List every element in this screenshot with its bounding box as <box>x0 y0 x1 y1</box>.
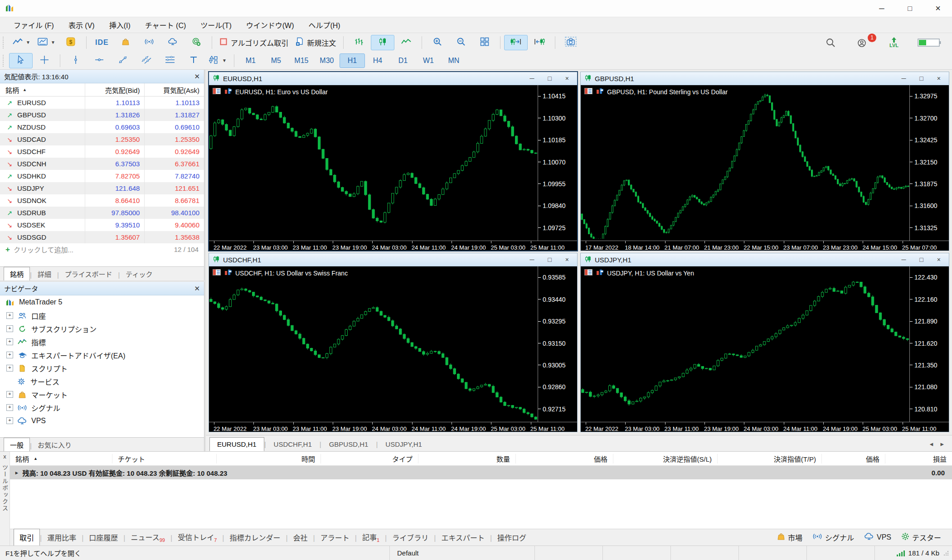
window-close-button[interactable]: × <box>924 0 952 17</box>
timeframe-M15[interactable]: M15 <box>289 53 314 68</box>
zoom-in-button[interactable] <box>426 35 449 50</box>
text-tool-tool-button[interactable] <box>182 53 205 68</box>
trade-column-2[interactable]: チケット <box>112 454 216 463</box>
expand-icon[interactable]: + <box>6 404 13 411</box>
navigator-item[interactable]: +スクリプト <box>0 362 204 375</box>
line-chart-green-button[interactable] <box>394 35 418 50</box>
toolbox-tab-6[interactable]: 指標カレンダー <box>224 529 286 546</box>
profile-chart-button[interactable]: ▼ <box>34 35 59 50</box>
vps-cloud-button[interactable] <box>161 35 185 50</box>
expand-icon[interactable]: + <box>6 325 13 332</box>
menu-item[interactable]: 表示 (V) <box>61 19 102 30</box>
timeframe-M1[interactable]: M1 <box>238 53 263 68</box>
timeframe-D1[interactable]: D1 <box>390 53 416 68</box>
market-watch-row[interactable]: ↘USDJPY121.648121.651 <box>0 182 204 194</box>
toolbox-tab-3[interactable]: 口座履歴 <box>83 529 123 546</box>
crosshair-tool-button[interactable] <box>33 53 56 68</box>
cursor-tool-button[interactable] <box>9 53 33 68</box>
close-icon[interactable]: ✕ <box>194 72 200 81</box>
expand-icon[interactable]: + <box>6 417 13 424</box>
add-symbol-row[interactable]: + クリックして追加... 12 / 104 <box>0 243 204 256</box>
expand-icon[interactable]: + <box>6 352 13 358</box>
chart-tab-USDJPYH1[interactable]: USDJPY,H1 <box>378 437 430 451</box>
trade-column-5[interactable]: 数量 <box>418 454 515 463</box>
toolbox-close-icon[interactable]: x <box>3 453 6 460</box>
shapes-tool-button[interactable]: ▼ <box>205 53 230 68</box>
shortcut-tester[interactable]: テスター <box>901 532 941 543</box>
toolbox-tab-5[interactable]: 受信トレイ7 <box>172 529 222 546</box>
menu-item[interactable]: ツール(T) <box>193 19 238 30</box>
menu-item[interactable]: ヘルプ(H) <box>301 19 347 30</box>
chart-window-USDCHF[interactable]: USDCHF,H1─□×USDCHF, H1: US Dollar vs Swi… <box>209 253 578 432</box>
chart-window-USDJPY[interactable]: USDJPY,H1─□×USDJPY, H1: US Dollar vs Yen… <box>580 253 949 432</box>
market-watch-tab-1[interactable]: 銘柄 <box>4 267 30 280</box>
level-up-button[interactable]: LVL <box>882 35 906 50</box>
price-axis[interactable]: 0.935850.934400.932950.931500.930050.928… <box>538 266 577 422</box>
menu-item[interactable]: ファイル (F) <box>6 19 61 30</box>
chart-tab-EURUSDH1[interactable]: EURUSD,H1 <box>209 437 264 451</box>
navigator-item[interactable]: +口座 <box>0 309 204 322</box>
expand-icon[interactable]: + <box>6 338 13 345</box>
trendline-tool-button[interactable] <box>111 53 135 68</box>
market-watch-row[interactable]: ↘USDSEK9.395109.40060 <box>0 219 204 231</box>
market-watch-row[interactable]: ↗USDHKD7.827057.82740 <box>0 170 204 182</box>
toolbox-tab-11[interactable]: エキスパート <box>436 529 490 546</box>
market-watch-row[interactable]: ↗USDRUB97.8500098.40100 <box>0 207 204 219</box>
window-maximize-button[interactable]: □ <box>896 0 924 17</box>
trade-column-3[interactable]: 時間 <box>216 454 321 463</box>
price-axis[interactable]: 122.430122.160121.890121.620121.350121.0… <box>910 266 949 422</box>
trade-column-1[interactable]: 銘柄▲ <box>10 454 112 463</box>
chart-tab-GBPUSDH1[interactable]: GBPUSD,H1 <box>321 437 376 451</box>
navigator-item[interactable]: +マーケット <box>0 388 204 401</box>
algo-square-button[interactable]: アルゴリズム取引 <box>216 35 292 50</box>
toolbox-tab-4[interactable]: ニュース99 <box>126 529 170 546</box>
chevron-down-icon[interactable]: ▼ <box>51 40 55 45</box>
expand-icon[interactable]: + <box>6 391 13 398</box>
market-watch-row[interactable]: ↘USDSGD1.356071.35638 <box>0 231 204 243</box>
toolbox-tab-12[interactable]: 操作ログ <box>492 529 532 546</box>
chart-plot-area[interactable]: GBPUSD, H1: Pound Sterling vs US Dollar <box>581 85 910 241</box>
time-axis[interactable]: 22 Mar 202223 Mar 03:0023 Mar 11:0023 Ma… <box>209 241 577 252</box>
chart-window-titlebar[interactable]: USDCHF,H1─□× <box>209 253 577 266</box>
toolbox-tab-10[interactable]: ライブラリ <box>387 529 434 546</box>
toolbox-tab-7[interactable]: 会社 <box>288 529 313 546</box>
bars-chart-button[interactable] <box>347 35 371 50</box>
broker-add-button[interactable] <box>185 35 208 50</box>
dollar-coin-button[interactable]: $ <box>59 35 83 50</box>
market-watch-row[interactable]: ↗EURUSD1.101131.10113 <box>0 97 204 109</box>
chart-plot-area[interactable]: USDJPY, H1: US Dollar vs Yen <box>581 266 910 422</box>
vline-tool-button[interactable] <box>64 53 87 68</box>
market-watch-row[interactable]: ↘USDCHF0.926490.92649 <box>0 145 204 158</box>
trade-table-header[interactable]: 銘柄▲チケット時間タイプ数量価格決済逆指値(S/L)決済指値(T/P)価格損益 <box>10 452 952 466</box>
market-watch-tab-2[interactable]: 詳細 <box>32 267 57 280</box>
toolbar-grip[interactable] <box>3 37 5 48</box>
window-close-button[interactable]: × <box>565 256 569 263</box>
trade-column-10[interactable]: 損益 <box>885 454 952 463</box>
timeframe-M5[interactable]: M5 <box>263 53 289 68</box>
chart-window-titlebar[interactable]: GBPUSD,H1─□× <box>581 72 949 85</box>
close-icon[interactable]: ✕ <box>194 285 200 293</box>
navigator-item[interactable]: +VPS <box>0 414 204 427</box>
shift-back-button[interactable] <box>528 35 551 50</box>
chart-plot-area[interactable]: EURUSD, H1: Euro vs US Dollar <box>209 85 538 241</box>
chart-window-titlebar[interactable]: EURUSD,H1─□× <box>209 72 577 85</box>
market-watch-row[interactable]: ↘USDNOK8.664108.66781 <box>0 194 204 207</box>
window-minimize-button[interactable]: ─ <box>901 256 906 263</box>
navigator-item[interactable]: サービス <box>0 375 204 388</box>
zoom-out-button[interactable] <box>449 35 473 50</box>
navigator-item[interactable]: +サブスクリプション <box>0 322 204 335</box>
market-watch-column-headers[interactable]: 銘柄▲ 売気配(Bid) 買気配(Ask) <box>0 83 204 97</box>
menu-item[interactable]: ウインドウ(W) <box>239 19 301 30</box>
time-axis[interactable]: 22 Mar 202223 Mar 03:0023 Mar 11:0023 Ma… <box>209 422 577 434</box>
timeframe-M30[interactable]: M30 <box>314 53 340 68</box>
navigator-item[interactable]: +シグナル <box>0 401 204 414</box>
navigator-item[interactable]: +指標 <box>0 335 204 348</box>
market-watch-row[interactable]: ↗NZDUSD0.696030.69610 <box>0 121 204 133</box>
price-axis[interactable]: 1.104151.103001.101851.100701.099551.098… <box>538 85 577 241</box>
navigator-tab-2[interactable]: お気に入り <box>32 438 78 451</box>
expand-icon[interactable]: + <box>6 312 13 319</box>
window-minimize-button[interactable]: ─ <box>529 75 534 82</box>
chart-window-EURUSD[interactable]: EURUSD,H1─□×EURUSD, H1: Euro vs US Dolla… <box>209 72 578 251</box>
expand-icon[interactable]: + <box>6 365 13 372</box>
market-watch-tab-3[interactable]: プライスボード <box>59 267 118 280</box>
